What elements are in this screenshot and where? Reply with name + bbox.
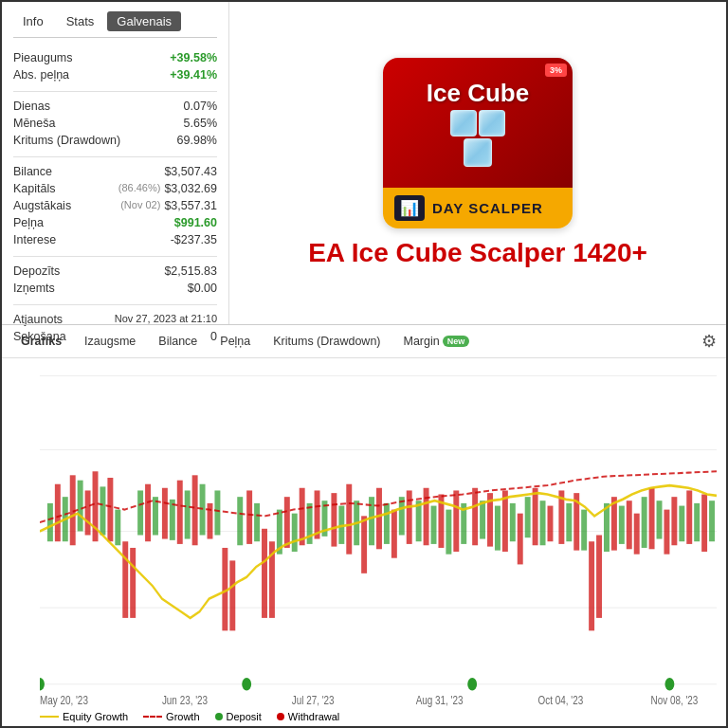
kritums-label: Kritums (Drawdown) <box>13 134 120 147</box>
kritums-value: 69.98% <box>177 134 217 147</box>
depozits-label: Depozīts <box>13 264 60 278</box>
svg-rect-75 <box>548 506 554 542</box>
svg-rect-66 <box>480 500 485 538</box>
period-stats: Dienas 0.07% Mēneša 5.65% Kritums (Drawd… <box>13 98 217 149</box>
svg-rect-11 <box>55 484 61 542</box>
svg-rect-91 <box>671 497 677 545</box>
svg-rect-36 <box>246 490 252 543</box>
svg-rect-68 <box>495 506 500 551</box>
interese-value: -$237.35 <box>171 233 217 246</box>
pieaugums-value: +39.58% <box>170 51 217 64</box>
svg-rect-53 <box>376 488 382 550</box>
chart-tabs-row: Grafiks Izaugsme Bilance Peļņa Kritums (… <box>2 325 726 358</box>
svg-rect-47 <box>331 493 337 546</box>
svg-rect-70 <box>510 503 516 541</box>
svg-rect-25 <box>162 488 168 539</box>
chart-legend: Equity Growth Growth Deposit Withdrawal <box>2 707 726 726</box>
svg-point-97 <box>40 678 45 690</box>
menesa-value: 5.65% <box>184 117 217 130</box>
chart-tab-izaugsme[interactable]: Izaugsme <box>75 332 145 351</box>
svg-rect-14 <box>78 481 83 532</box>
svg-rect-27 <box>177 481 183 544</box>
svg-rect-85 <box>627 500 632 549</box>
logo-badge: 3% <box>545 64 567 77</box>
svg-rect-60 <box>431 506 437 544</box>
chart-tab-grafiks[interactable]: Grafiks <box>11 332 71 351</box>
bilance-row: Bilance $3,507.43 <box>13 163 217 180</box>
main-layout: Info Stats Galvenais Pieaugums +39.58% A… <box>2 2 726 726</box>
ice-cube-visual: Ice Cube <box>427 79 529 167</box>
kapitals-pct: (86.46%) <box>118 182 161 195</box>
kapitals-value: (86.46%) $3,032.69 <box>118 182 217 195</box>
dienas-row: Dienas 0.07% <box>13 98 217 115</box>
chart-tab-bilance[interactable]: Bilance <box>149 332 207 351</box>
svg-rect-59 <box>424 488 429 546</box>
kapitals-amount: $3,032.69 <box>164 182 217 195</box>
dienas-value: 0.07% <box>184 100 217 113</box>
svg-point-100 <box>664 678 674 690</box>
growth-label: Growth <box>166 711 199 722</box>
svg-rect-96 <box>709 500 715 541</box>
svg-rect-65 <box>472 488 478 546</box>
right-panel: 3% Ice Cube <box>229 2 726 324</box>
bottom-section: Grafiks Izaugsme Bilance Peļņa Kritums (… <box>2 324 726 726</box>
svg-rect-23 <box>145 484 151 542</box>
svg-rect-20 <box>122 541 128 618</box>
dienas-label: Dienas <box>13 100 50 113</box>
ice-cube-title: Ice Cube <box>427 79 529 108</box>
svg-rect-21 <box>130 548 136 618</box>
svg-rect-22 <box>137 490 143 535</box>
svg-text:May 20, '23: May 20, '23 <box>40 693 88 707</box>
abs-pena-row: Abs. peļņa +39.41% <box>13 66 217 83</box>
svg-text:Jul 27, '23: Jul 27, '23 <box>292 693 335 707</box>
settings-icon[interactable]: ⚙ <box>701 331 717 352</box>
iznemts-row: Izņemts $0.00 <box>13 280 217 297</box>
svg-rect-29 <box>192 475 198 545</box>
svg-rect-88 <box>649 488 655 550</box>
depozits-row: Depozīts $2,515.83 <box>13 263 217 280</box>
tab-galvenais[interactable]: Galvenais <box>107 11 181 31</box>
chart-tab-kritums[interactable]: Kritums (Drawdown) <box>264 332 390 351</box>
logo-box: 3% Ice Cube <box>383 58 573 228</box>
svg-rect-19 <box>115 510 120 546</box>
legend-withdrawal: Withdrawal <box>277 711 339 722</box>
svg-rect-62 <box>446 510 451 555</box>
svg-rect-73 <box>533 488 538 546</box>
cube-block-3 <box>464 138 492 167</box>
kapitals-label: Kapitāls <box>13 182 55 195</box>
chart-tab-margin[interactable]: Margin New <box>394 332 480 351</box>
augstakais-value: (Nov 02) $3,557.31 <box>120 199 217 212</box>
svg-rect-63 <box>453 490 459 552</box>
svg-rect-18 <box>107 478 113 541</box>
augstakais-amount: $3,557.31 <box>164 199 217 212</box>
menesa-label: Mēneša <box>13 117 55 130</box>
bilance-label: Bilance <box>13 165 52 178</box>
svg-rect-41 <box>284 497 290 548</box>
svg-rect-57 <box>407 490 412 543</box>
new-badge: New <box>443 336 470 347</box>
interese-row: Interese -$237.35 <box>13 231 217 248</box>
svg-rect-90 <box>664 510 669 555</box>
tab-info[interactable]: Info <box>13 11 53 31</box>
svg-rect-10 <box>47 503 53 541</box>
svg-text:Oct 04, '23: Oct 04, '23 <box>538 693 584 707</box>
svg-rect-82 <box>604 503 610 552</box>
margin-label: Margin <box>404 335 440 348</box>
svg-rect-92 <box>679 506 684 542</box>
legend-deposit: Deposit <box>215 711 262 722</box>
depozits-value: $2,515.83 <box>164 264 217 278</box>
kritums-row: Kritums (Drawdown) 69.98% <box>13 132 217 149</box>
left-panel: Info Stats Galvenais Pieaugums +39.58% A… <box>2 2 229 324</box>
svg-rect-80 <box>589 541 594 630</box>
chart-area: 60% 30% 0% −30% −60% <box>2 358 726 707</box>
top-section: Info Stats Galvenais Pieaugums +39.58% A… <box>2 2 726 324</box>
chart-svg: 60% 30% 0% −30% −60% <box>40 363 717 707</box>
equity-growth-line <box>40 716 59 718</box>
chart-icon-box: 📊 <box>394 195 425 221</box>
svg-rect-81 <box>596 536 602 618</box>
cube-row-2 <box>464 138 492 167</box>
pena-row: Peļņa $991.60 <box>13 214 217 231</box>
chart-tab-pena[interactable]: Peļņa <box>210 332 260 351</box>
tab-stats[interactable]: Stats <box>57 11 104 31</box>
stats-section: Pieaugums +39.58% Abs. peļņa +39.41% <box>13 49 217 83</box>
